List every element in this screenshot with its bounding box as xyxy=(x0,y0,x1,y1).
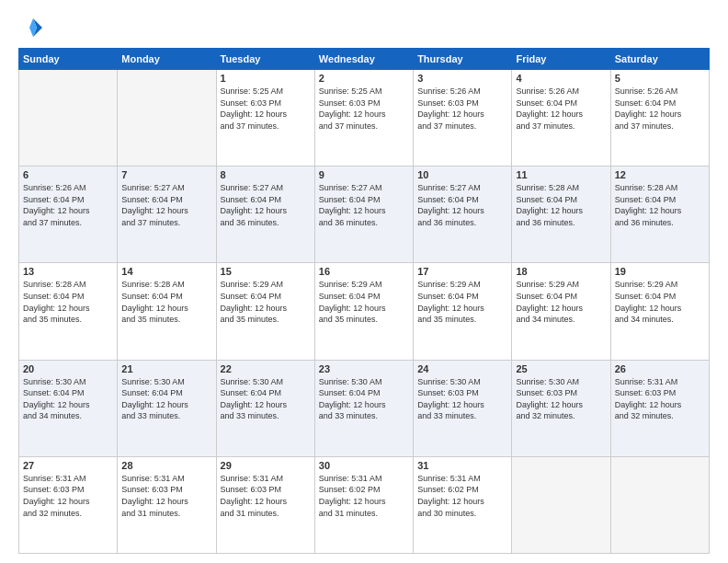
day-number: 17 xyxy=(417,266,507,277)
day-info: Sunrise: 5:29 AMSunset: 6:04 PMDaylight:… xyxy=(221,279,311,325)
day-number: 25 xyxy=(516,363,606,374)
day-number: 15 xyxy=(221,266,311,277)
day-number: 2 xyxy=(319,73,409,84)
calendar-cell: 21Sunrise: 5:30 AMSunset: 6:04 PMDayligh… xyxy=(118,360,216,456)
calendar-cell: 11Sunrise: 5:28 AMSunset: 6:04 PMDayligh… xyxy=(512,167,610,263)
day-info: Sunrise: 5:30 AMSunset: 6:04 PMDaylight:… xyxy=(319,376,409,422)
calendar-cell: 14Sunrise: 5:28 AMSunset: 6:04 PMDayligh… xyxy=(118,263,216,360)
day-info: Sunrise: 5:29 AMSunset: 6:04 PMDaylight:… xyxy=(516,279,606,325)
day-info: Sunrise: 5:27 AMSunset: 6:04 PMDaylight:… xyxy=(417,182,507,228)
calendar-week-row: 27Sunrise: 5:31 AMSunset: 6:03 PMDayligh… xyxy=(19,456,710,553)
calendar-cell: 8Sunrise: 5:27 AMSunset: 6:04 PMDaylight… xyxy=(216,167,314,263)
day-info: Sunrise: 5:25 AMSunset: 6:03 PMDaylight:… xyxy=(221,86,311,132)
day-number: 16 xyxy=(319,266,409,277)
day-number: 6 xyxy=(23,169,113,180)
weekday-header-wednesday: Wednesday xyxy=(314,49,413,70)
day-info: Sunrise: 5:29 AMSunset: 6:04 PMDaylight:… xyxy=(615,279,705,325)
calendar-cell: 31Sunrise: 5:31 AMSunset: 6:02 PMDayligh… xyxy=(414,456,512,553)
calendar-cell xyxy=(610,456,709,553)
calendar-cell: 9Sunrise: 5:27 AMSunset: 6:04 PMDaylight… xyxy=(314,167,413,263)
weekday-header-saturday: Saturday xyxy=(610,49,709,70)
weekday-header-sunday: Sunday xyxy=(19,49,118,70)
calendar-table: SundayMondayTuesdayWednesdayThursdayFrid… xyxy=(18,48,710,554)
weekday-header-monday: Monday xyxy=(118,49,216,70)
calendar-cell: 12Sunrise: 5:28 AMSunset: 6:04 PMDayligh… xyxy=(610,167,709,263)
calendar-cell: 30Sunrise: 5:31 AMSunset: 6:02 PMDayligh… xyxy=(314,456,413,553)
day-info: Sunrise: 5:28 AMSunset: 6:04 PMDaylight:… xyxy=(516,182,606,228)
calendar-cell: 4Sunrise: 5:26 AMSunset: 6:04 PMDaylight… xyxy=(512,70,610,167)
calendar-cell: 26Sunrise: 5:31 AMSunset: 6:03 PMDayligh… xyxy=(610,360,709,456)
day-number: 30 xyxy=(319,460,409,471)
day-info: Sunrise: 5:31 AMSunset: 6:03 PMDaylight:… xyxy=(221,473,311,519)
day-info: Sunrise: 5:27 AMSunset: 6:04 PMDaylight:… xyxy=(121,182,211,228)
day-info: Sunrise: 5:30 AMSunset: 6:04 PMDaylight:… xyxy=(23,376,113,422)
day-number: 26 xyxy=(615,363,705,374)
day-number: 5 xyxy=(615,73,705,84)
day-number: 21 xyxy=(121,363,211,374)
day-info: Sunrise: 5:30 AMSunset: 6:03 PMDaylight:… xyxy=(417,376,507,422)
calendar-cell: 7Sunrise: 5:27 AMSunset: 6:04 PMDaylight… xyxy=(118,167,216,263)
calendar-cell xyxy=(512,456,610,553)
day-number: 4 xyxy=(516,73,606,84)
calendar-cell: 19Sunrise: 5:29 AMSunset: 6:04 PMDayligh… xyxy=(610,263,709,360)
calendar-week-row: 20Sunrise: 5:30 AMSunset: 6:04 PMDayligh… xyxy=(19,360,710,456)
calendar-cell: 10Sunrise: 5:27 AMSunset: 6:04 PMDayligh… xyxy=(414,167,512,263)
day-number: 8 xyxy=(221,169,311,180)
calendar-cell: 16Sunrise: 5:29 AMSunset: 6:04 PMDayligh… xyxy=(314,263,413,360)
calendar-cell: 25Sunrise: 5:30 AMSunset: 6:03 PMDayligh… xyxy=(512,360,610,456)
day-info: Sunrise: 5:30 AMSunset: 6:03 PMDaylight:… xyxy=(516,376,606,422)
day-number: 9 xyxy=(319,169,409,180)
day-number: 29 xyxy=(221,460,311,471)
logo xyxy=(18,15,48,40)
day-info: Sunrise: 5:31 AMSunset: 6:02 PMDaylight:… xyxy=(319,473,409,519)
day-number: 27 xyxy=(23,460,113,471)
day-info: Sunrise: 5:25 AMSunset: 6:03 PMDaylight:… xyxy=(319,86,409,132)
calendar-cell: 15Sunrise: 5:29 AMSunset: 6:04 PMDayligh… xyxy=(216,263,314,360)
day-info: Sunrise: 5:29 AMSunset: 6:04 PMDaylight:… xyxy=(417,279,507,325)
day-number: 19 xyxy=(615,266,705,277)
weekday-header-tuesday: Tuesday xyxy=(216,49,314,70)
calendar-week-row: 6Sunrise: 5:26 AMSunset: 6:04 PMDaylight… xyxy=(19,167,710,263)
calendar-cell: 29Sunrise: 5:31 AMSunset: 6:03 PMDayligh… xyxy=(216,456,314,553)
calendar-cell: 13Sunrise: 5:28 AMSunset: 6:04 PMDayligh… xyxy=(19,263,118,360)
day-info: Sunrise: 5:26 AMSunset: 6:03 PMDaylight:… xyxy=(417,86,507,132)
calendar-week-row: 1Sunrise: 5:25 AMSunset: 6:03 PMDaylight… xyxy=(19,70,710,167)
weekday-header-row: SundayMondayTuesdayWednesdayThursdayFrid… xyxy=(19,49,710,70)
day-info: Sunrise: 5:27 AMSunset: 6:04 PMDaylight:… xyxy=(319,182,409,228)
calendar-cell: 18Sunrise: 5:29 AMSunset: 6:04 PMDayligh… xyxy=(512,263,610,360)
day-info: Sunrise: 5:31 AMSunset: 6:03 PMDaylight:… xyxy=(23,473,113,519)
calendar-cell: 20Sunrise: 5:30 AMSunset: 6:04 PMDayligh… xyxy=(19,360,118,456)
day-info: Sunrise: 5:31 AMSunset: 6:03 PMDaylight:… xyxy=(121,473,211,519)
calendar-cell xyxy=(118,70,216,167)
weekday-header-friday: Friday xyxy=(512,49,610,70)
day-number: 31 xyxy=(417,460,507,471)
day-number: 28 xyxy=(121,460,211,471)
calendar-cell: 3Sunrise: 5:26 AMSunset: 6:03 PMDaylight… xyxy=(414,70,512,167)
page: SundayMondayTuesdayWednesdayThursdayFrid… xyxy=(0,0,728,563)
day-info: Sunrise: 5:30 AMSunset: 6:04 PMDaylight:… xyxy=(121,376,211,422)
day-number: 10 xyxy=(417,169,507,180)
header xyxy=(18,15,710,40)
weekday-header-thursday: Thursday xyxy=(414,49,512,70)
day-info: Sunrise: 5:28 AMSunset: 6:04 PMDaylight:… xyxy=(615,182,705,228)
day-info: Sunrise: 5:26 AMSunset: 6:04 PMDaylight:… xyxy=(615,86,705,132)
day-number: 24 xyxy=(417,363,507,374)
calendar-cell: 28Sunrise: 5:31 AMSunset: 6:03 PMDayligh… xyxy=(118,456,216,553)
calendar-week-row: 13Sunrise: 5:28 AMSunset: 6:04 PMDayligh… xyxy=(19,263,710,360)
day-info: Sunrise: 5:31 AMSunset: 6:03 PMDaylight:… xyxy=(615,376,705,422)
day-number: 12 xyxy=(615,169,705,180)
day-number: 14 xyxy=(121,266,211,277)
day-number: 23 xyxy=(319,363,409,374)
day-number: 22 xyxy=(221,363,311,374)
day-info: Sunrise: 5:26 AMSunset: 6:04 PMDaylight:… xyxy=(23,182,113,228)
calendar-cell: 6Sunrise: 5:26 AMSunset: 6:04 PMDaylight… xyxy=(19,167,118,263)
day-info: Sunrise: 5:30 AMSunset: 6:04 PMDaylight:… xyxy=(221,376,311,422)
day-number: 3 xyxy=(417,73,507,84)
day-number: 13 xyxy=(23,266,113,277)
calendar-cell: 22Sunrise: 5:30 AMSunset: 6:04 PMDayligh… xyxy=(216,360,314,456)
day-info: Sunrise: 5:26 AMSunset: 6:04 PMDaylight:… xyxy=(516,86,606,132)
day-info: Sunrise: 5:31 AMSunset: 6:02 PMDaylight:… xyxy=(417,473,507,519)
day-info: Sunrise: 5:29 AMSunset: 6:04 PMDaylight:… xyxy=(319,279,409,325)
day-info: Sunrise: 5:28 AMSunset: 6:04 PMDaylight:… xyxy=(121,279,211,325)
calendar-cell: 17Sunrise: 5:29 AMSunset: 6:04 PMDayligh… xyxy=(414,263,512,360)
